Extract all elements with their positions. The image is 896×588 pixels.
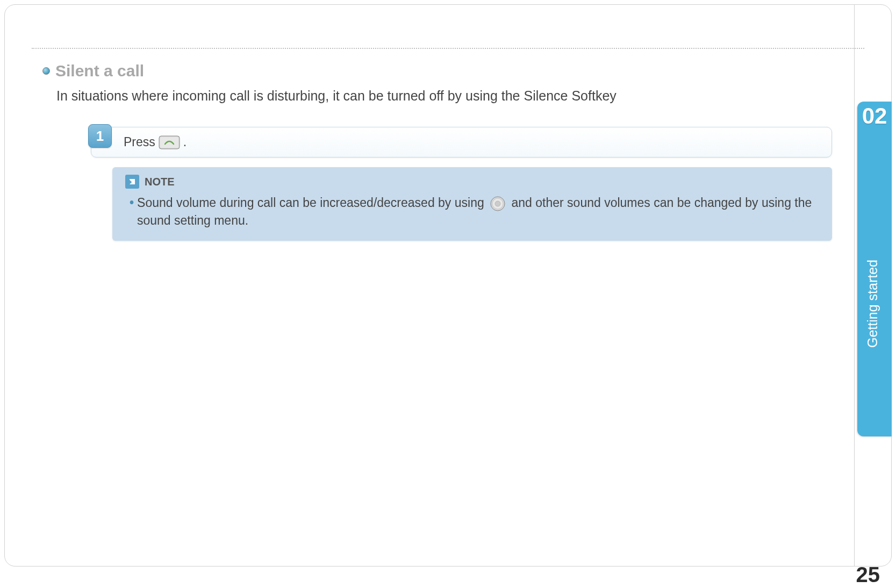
step-text-before: Press: [124, 135, 155, 149]
note-body: •Sound volume during call can be increas…: [125, 194, 819, 229]
phone-softkey-icon: [159, 135, 180, 149]
step-number-badge: 1: [88, 124, 112, 148]
page-number: 25: [856, 563, 880, 587]
note-arrow-icon: [125, 175, 139, 189]
page-frame: Silent a call In situations where incomi…: [4, 4, 892, 567]
vertical-divider: [854, 5, 855, 566]
note-label: NOTE: [145, 176, 175, 188]
section-title: Silent a call: [55, 62, 144, 80]
svg-rect-1: [160, 137, 178, 148]
step-text-after: .: [183, 135, 187, 149]
content-area: Silent a call In situations where incomi…: [5, 5, 891, 241]
chapter-label-wrapper: Getting started: [857, 181, 892, 426]
volume-wheel-icon: [490, 196, 506, 212]
note-text-part1: Sound volume during call can be increase…: [137, 196, 484, 210]
step-container: 1 Press .: [91, 127, 832, 241]
section-description: In situations where incoming call is dis…: [56, 87, 864, 105]
section-title-row: Silent a call: [42, 62, 864, 80]
note-bullet: •: [130, 196, 134, 210]
dotted-divider: [32, 48, 864, 49]
note-header: NOTE: [125, 175, 819, 189]
step-box: 1 Press .: [91, 127, 832, 157]
svg-point-4: [495, 201, 500, 206]
chapter-number: 02: [857, 102, 892, 127]
note-box: NOTE •Sound volume during call can be in…: [112, 167, 832, 241]
chapter-label: Getting started: [865, 260, 880, 348]
side-tab: 02 Getting started: [857, 102, 892, 436]
bullet-icon: [42, 67, 50, 75]
